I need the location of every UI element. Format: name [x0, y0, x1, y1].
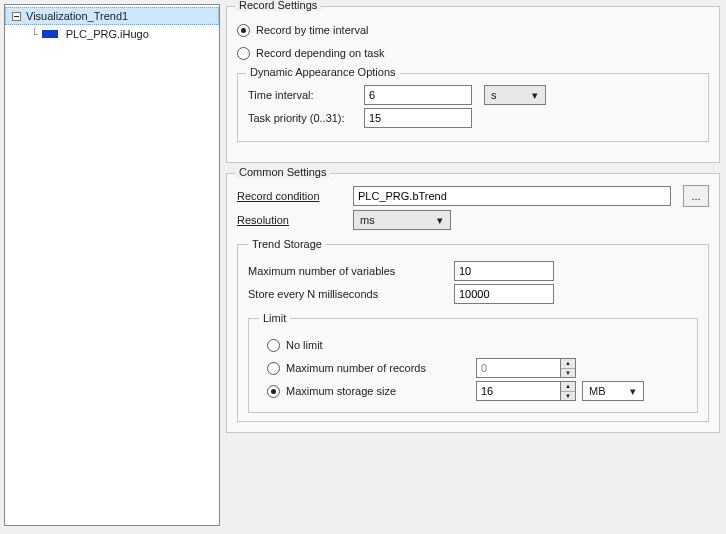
- radio-max-records[interactable]: Maximum number of records ▲ ▼: [267, 358, 687, 378]
- no-limit-label: No limit: [286, 339, 323, 351]
- tree-root-row[interactable]: Visualization_Trend1: [5, 7, 219, 25]
- task-priority-row: Task priority (0..31):: [248, 108, 698, 128]
- radio-icon: [237, 47, 250, 60]
- radio-by-task[interactable]: Record depending on task: [237, 43, 709, 63]
- size-unit-value: MB: [589, 385, 606, 397]
- dynamic-options-title: Dynamic Appearance Options: [246, 66, 400, 78]
- record-settings-group: Record Settings Record by time interval …: [226, 6, 720, 163]
- variable-color-icon: [42, 30, 58, 38]
- radio-by-interval-label: Record by time interval: [256, 24, 369, 36]
- radio-icon: [237, 24, 250, 37]
- spinner-down-icon[interactable]: ▼: [561, 369, 575, 378]
- tree-root-label: Visualization_Trend1: [24, 10, 130, 22]
- dynamic-options-group: Dynamic Appearance Options Time interval…: [237, 73, 709, 142]
- resolution-row: Resolution ms ▾: [237, 210, 709, 230]
- limit-title: Limit: [259, 312, 290, 324]
- collapse-icon[interactable]: [10, 10, 22, 22]
- max-size-spinner[interactable]: ▲ ▼: [476, 381, 576, 401]
- time-interval-row: Time interval: s ▾: [248, 85, 698, 105]
- chevron-down-icon: ▾: [626, 385, 640, 398]
- chevron-down-icon: ▾: [433, 214, 447, 227]
- max-records-label: Maximum number of records: [286, 362, 476, 374]
- time-interval-input[interactable]: [364, 85, 472, 105]
- tree-child-label: PLC_PRG.iHugo: [64, 28, 151, 40]
- max-records-spinner[interactable]: ▲ ▼: [476, 358, 576, 378]
- trend-storage-group: Trend Storage Maximum number of variable…: [237, 238, 709, 422]
- store-ms-row: Store every N milliseconds: [248, 284, 698, 304]
- browse-button[interactable]: ...: [683, 185, 709, 207]
- max-size-input[interactable]: [476, 381, 560, 401]
- common-settings-group: Common Settings Record condition ... Res…: [226, 173, 720, 433]
- radio-icon: [267, 339, 280, 352]
- record-condition-row: Record condition ...: [237, 185, 709, 207]
- max-vars-row: Maximum number of variables: [248, 261, 698, 281]
- spinner-buttons[interactable]: ▲ ▼: [560, 381, 576, 401]
- tree-child-row[interactable]: └ PLC_PRG.iHugo: [5, 25, 219, 43]
- spinner-up-icon[interactable]: ▲: [561, 359, 575, 369]
- common-settings-title: Common Settings: [235, 166, 330, 178]
- limit-group: Limit No limit Maximum number of records…: [248, 312, 698, 413]
- max-vars-label: Maximum number of variables: [248, 265, 448, 277]
- radio-icon: [267, 362, 280, 375]
- radio-no-limit[interactable]: No limit: [267, 335, 687, 355]
- store-ms-input[interactable]: [454, 284, 554, 304]
- tree-view[interactable]: Visualization_Trend1 └ PLC_PRG.iHugo: [4, 4, 220, 526]
- spinner-down-icon[interactable]: ▼: [561, 392, 575, 401]
- trend-storage-title: Trend Storage: [248, 238, 326, 250]
- size-unit-select[interactable]: MB ▾: [582, 381, 644, 401]
- radio-by-task-label: Record depending on task: [256, 47, 384, 59]
- task-priority-label: Task priority (0..31):: [248, 112, 358, 124]
- chevron-down-icon: ▾: [528, 89, 542, 102]
- max-records-input[interactable]: [476, 358, 560, 378]
- tree-branch-icon: └: [31, 28, 38, 41]
- resolution-label: Resolution: [237, 214, 347, 226]
- radio-icon: [267, 385, 280, 398]
- resolution-select[interactable]: ms ▾: [353, 210, 451, 230]
- settings-panel: Record Settings Record by time interval …: [220, 0, 726, 534]
- max-vars-input[interactable]: [454, 261, 554, 281]
- record-settings-title: Record Settings: [235, 0, 321, 11]
- task-priority-input[interactable]: [364, 108, 472, 128]
- spinner-up-icon[interactable]: ▲: [561, 382, 575, 392]
- app-root: Visualization_Trend1 └ PLC_PRG.iHugo Rec…: [0, 0, 726, 534]
- time-unit-value: s: [491, 89, 497, 101]
- store-ms-label: Store every N milliseconds: [248, 288, 448, 300]
- resolution-value: ms: [360, 214, 375, 226]
- max-size-label: Maximum storage size: [286, 385, 476, 397]
- radio-max-size[interactable]: Maximum storage size ▲ ▼ MB ▾: [267, 381, 687, 401]
- record-condition-input[interactable]: [353, 186, 671, 206]
- radio-by-interval[interactable]: Record by time interval: [237, 20, 709, 40]
- record-condition-label: Record condition: [237, 190, 347, 202]
- spinner-buttons[interactable]: ▲ ▼: [560, 358, 576, 378]
- time-interval-label: Time interval:: [248, 89, 358, 101]
- time-unit-select[interactable]: s ▾: [484, 85, 546, 105]
